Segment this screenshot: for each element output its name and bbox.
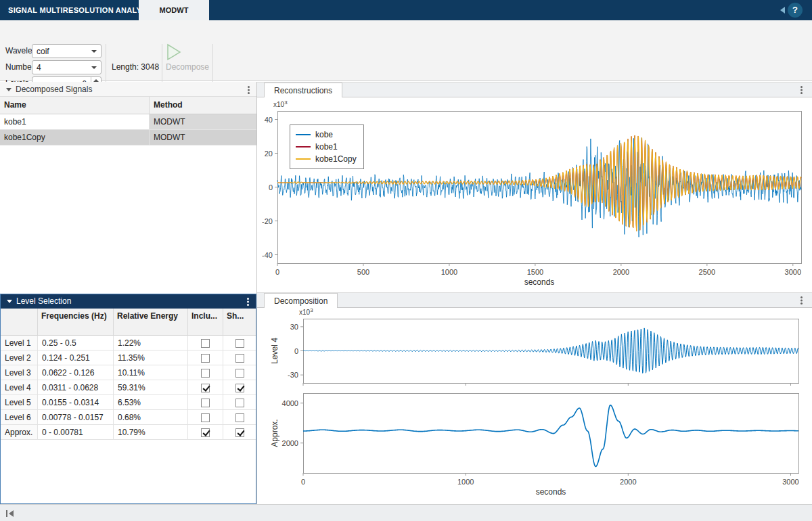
y-tick-label: 2000 (282, 439, 298, 447)
show-checkbox[interactable] (235, 384, 244, 392)
level-frequency: 0 - 0.00781 (38, 425, 114, 440)
decompose-button[interactable]: Decompose (164, 43, 211, 85)
column-header-method[interactable]: Method (150, 97, 256, 114)
level-selection-title: Level Selection (16, 296, 71, 306)
level-include-cell (188, 395, 223, 410)
include-checkbox[interactable] (201, 413, 210, 422)
y-tick-label: 40 (265, 116, 273, 124)
signal-row[interactable]: kobe1MODWT (0, 114, 256, 130)
include-checkbox[interactable] (201, 384, 210, 392)
column-header-include[interactable]: Inclu... (188, 309, 223, 336)
tab-decomposition[interactable]: Decomposition (264, 293, 338, 309)
y-tick-label: 0 (269, 183, 273, 191)
signal-method: MODWT (150, 130, 256, 145)
y-tick-label: 0 (294, 347, 298, 355)
signal-name: kobe1Copy (0, 130, 150, 145)
legend-entry[interactable]: kobe1 (296, 141, 357, 153)
legend-line-sample (296, 146, 311, 148)
left-panel: Decomposed Signals Name Method kobe1MODW… (0, 82, 257, 504)
y-tick-label: 20 (265, 150, 273, 158)
decomposed-signals-rows: kobe1MODWTkobe1CopyMODWT (0, 114, 256, 145)
level-label: Level 5 (1, 395, 38, 410)
tab-modwt[interactable]: MODWT (139, 0, 209, 20)
y-axis-multiplier: x103 (299, 308, 313, 316)
include-checkbox[interactable] (201, 428, 210, 437)
signal-method: MODWT (150, 114, 256, 130)
show-checkbox[interactable] (235, 399, 244, 407)
include-checkbox[interactable] (201, 369, 210, 378)
level-energy: 1.22% (114, 336, 188, 350)
column-header-frequencies[interactable]: Frequencies (Hz) (38, 309, 114, 336)
plot-menu-icon[interactable] (800, 296, 803, 298)
level-row[interactable]: Level 30.0622 - 0.12610.11% (1, 365, 256, 380)
level-energy: 10.11% (114, 365, 188, 380)
tab-reconstructions[interactable]: Reconstructions (264, 83, 342, 98)
level-frequency: 0.0622 - 0.126 (38, 365, 114, 380)
level-show-cell (223, 380, 256, 395)
y-axis-multiplier: x103 (273, 99, 288, 108)
level-frequency: 0.00778 - 0.0157 (38, 410, 114, 425)
column-header-show[interactable]: Sh... (223, 309, 256, 336)
panel-menu-icon[interactable] (248, 86, 250, 88)
column-header-relative-energy[interactable]: Relative Energy (114, 309, 188, 336)
column-header-name[interactable]: Name (0, 97, 150, 114)
level-include-cell (188, 365, 223, 380)
statusbar (0, 504, 812, 521)
include-checkbox[interactable] (201, 354, 210, 363)
wavelet-label: Wavelet (5, 46, 35, 55)
y-tick-label: 4000 (282, 399, 298, 407)
wavelet-value: coif (37, 47, 49, 56)
level-row[interactable]: Level 50.0155 - 0.03146.53% (1, 395, 256, 410)
decompose-button-label: Decompose (164, 62, 211, 72)
level-label: Level 2 (1, 350, 38, 365)
level-row[interactable]: Level 20.124 - 0.25111.35% (1, 350, 256, 365)
level-selection-header[interactable]: Level Selection (1, 294, 256, 309)
level-selection-panel: Level Selection Frequencies (Hz) Relativ… (0, 294, 256, 504)
level-frequency: 0.0311 - 0.0628 (38, 380, 114, 395)
show-checkbox[interactable] (235, 369, 244, 378)
x-axis-label: seconds (536, 487, 566, 497)
x-tick-label: 2000 (620, 478, 636, 486)
play-icon (164, 43, 183, 61)
show-checkbox[interactable] (235, 354, 244, 363)
collapse-arrow-icon (780, 7, 785, 14)
x-tick-label: 1000 (457, 478, 474, 486)
show-checkbox[interactable] (235, 413, 244, 422)
legend-entry[interactable]: kobe1Copy (296, 153, 357, 165)
chevron-down-icon (91, 66, 97, 69)
y-tick-label: -20 (262, 217, 273, 225)
level-energy: 59.31% (114, 380, 188, 395)
wavelet-dropdown[interactable]: coif (32, 44, 102, 58)
collapse-left-panel-icon[interactable] (6, 510, 14, 517)
level-row[interactable]: Level 40.0311 - 0.062859.31% (1, 380, 256, 395)
collapse-panel-icon[interactable] (7, 300, 12, 303)
legend-label: kobe1Copy (315, 154, 357, 164)
legend[interactable]: kobekobe1kobe1Copy (290, 124, 364, 169)
include-checkbox[interactable] (201, 399, 210, 407)
level-row[interactable]: Level 60.00778 - 0.01570.68% (1, 410, 256, 425)
level-row[interactable]: Approx.0 - 0.0078110.79% (1, 425, 256, 440)
plot-menu-icon[interactable] (800, 86, 803, 88)
show-checkbox[interactable] (235, 339, 244, 348)
x-tick-label: 2000 (613, 268, 629, 276)
level-include-cell (188, 380, 223, 395)
level-frequency: 0.25 - 0.5 (38, 336, 114, 350)
include-checkbox[interactable] (201, 339, 210, 348)
x-tick-label: 3000 (785, 268, 801, 276)
legend-entry[interactable]: kobe (296, 129, 357, 141)
legend-line-sample (296, 134, 311, 135)
y-tick-label: -30 (288, 371, 298, 379)
decomposed-signals-header[interactable]: Decomposed Signals (0, 82, 256, 97)
show-checkbox[interactable] (235, 428, 244, 437)
collapse-panel-icon[interactable] (6, 88, 12, 91)
number-dropdown[interactable]: 4 (32, 60, 102, 74)
reconstructions-plot: 40200-20-40050010001500200025003000secon… (257, 97, 812, 292)
help-button[interactable]: ? (788, 3, 803, 18)
level-show-cell (223, 410, 256, 425)
level-row[interactable]: Level 10.25 - 0.51.22% (1, 336, 256, 350)
panel-menu-icon[interactable] (247, 298, 249, 300)
decomposition-chart: 300-30Level 4x103400020000100020003000se… (257, 308, 812, 504)
decomposition-tabstrip: Decomposition (257, 292, 812, 308)
signal-row[interactable]: kobe1CopyMODWT (0, 130, 256, 145)
chevron-down-icon (91, 50, 97, 53)
